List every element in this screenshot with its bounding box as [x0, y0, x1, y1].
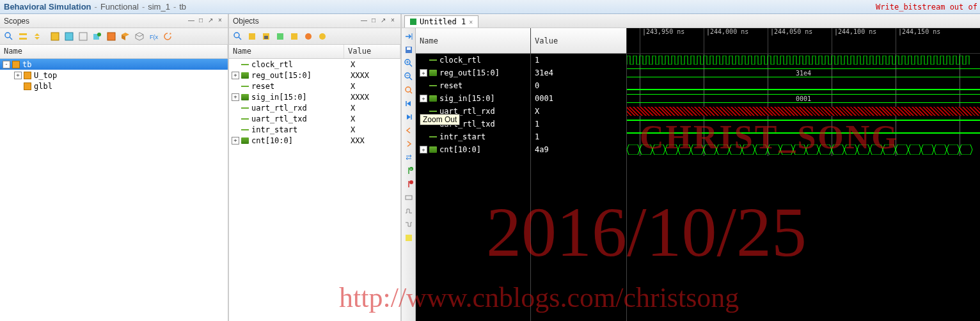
signal-value: X [347, 104, 400, 113]
objects-tree[interactable]: clock_rtlX+reg_out[15:0]XXXXresetX+sig_i… [229, 59, 400, 321]
object-item-reset[interactable]: resetX [229, 81, 400, 91]
wave-trace-sig-in-15-0-[interactable]: 0001 [627, 92, 980, 105]
expand-icon[interactable]: + [232, 93, 239, 101]
signal-value: X [347, 82, 400, 91]
block-cyan-icon[interactable] [63, 30, 75, 43]
wave-trace-intr-start[interactable] [627, 130, 980, 143]
goto-start-icon[interactable] [403, 98, 415, 109]
wave-name-reg-out-15-0-[interactable]: +reg_out[15:0] [416, 67, 530, 79]
expand-icon[interactable]: + [420, 69, 427, 77]
object-item-sig-in-15-0-[interactable]: +sig_in[15:0]XXXX [229, 91, 400, 102]
object-item-clock-rtl[interactable]: clock_rtlX [229, 59, 400, 70]
toggle-1-icon[interactable] [403, 192, 415, 203]
highlight-icon[interactable] [403, 232, 415, 244]
wave-trace-uart-rtl-txd[interactable] [627, 118, 980, 130]
search-icon[interactable] [232, 30, 244, 43]
col-name[interactable]: Name [0, 45, 228, 58]
scope-item-tb[interactable]: -tb [0, 59, 228, 70]
object-item-reg-out-15-0-[interactable]: +reg_out[15:0]XXXX [229, 70, 400, 81]
cube-outline-icon[interactable] [133, 30, 146, 43]
proc-icon[interactable] [105, 30, 118, 43]
toggle-2-icon[interactable] [403, 205, 415, 217]
zoom-fit-icon[interactable] [403, 84, 415, 96]
expand-icon[interactable]: + [420, 95, 427, 102]
wave-col-name[interactable]: Name [416, 28, 530, 54]
scope-item-U_top[interactable]: +U_top [0, 70, 228, 81]
waveform-area[interactable]: |243,950 ns|244,000 ns|244,050 ns|244,10… [627, 28, 980, 321]
goto-icon[interactable] [403, 31, 415, 42]
expand-icon[interactable]: + [232, 137, 239, 145]
signal-name: intr_start [251, 125, 297, 134]
filter-2-icon[interactable] [274, 30, 287, 43]
popout-icon[interactable]: ↗ [379, 17, 387, 25]
wave-name-reset[interactable]: reset [416, 79, 530, 92]
search-icon[interactable] [3, 30, 15, 43]
filter-lock-icon[interactable] [260, 30, 273, 43]
object-item-cnt-10-0-[interactable]: +cnt[10:0]XXX [229, 135, 400, 146]
remove-marker-icon[interactable] [403, 178, 415, 190]
filter-1-icon[interactable] [246, 30, 258, 43]
signal-name: uart_rtl_txd [251, 114, 307, 123]
popout-icon[interactable]: ↗ [207, 17, 214, 25]
expand-icon[interactable]: + [232, 72, 239, 79]
maximize-icon[interactable]: □ [197, 17, 205, 25]
wave-name-sig-in-15-0-[interactable]: +sig_in[15:0] [416, 92, 530, 105]
wave-trace-uart-rtl-rxd[interactable] [627, 105, 980, 118]
scope-item-glbl[interactable]: glbl [0, 81, 228, 91]
filter-3-icon[interactable] [288, 30, 301, 43]
block-outline-icon[interactable] [77, 30, 90, 43]
col-value[interactable]: Value [344, 45, 400, 58]
close-icon[interactable]: × [216, 17, 224, 25]
expand-icon[interactable]: + [14, 72, 22, 79]
minimize-icon[interactable]: — [360, 17, 368, 25]
add-icon[interactable] [91, 30, 104, 43]
wave-value-uart-rtl-txd: 1 [531, 118, 626, 130]
goto-end-icon[interactable] [403, 111, 415, 123]
toggle-3-icon[interactable] [403, 219, 415, 230]
wave-trace-reg-out-15-0-[interactable]: 31e4 [627, 67, 980, 79]
object-item-intr-start[interactable]: intr_startX [229, 124, 400, 135]
object-item-uart-rtl-rxd[interactable]: uart_rtl_rxdX [229, 102, 400, 113]
wave-name-clock-rtl[interactable]: clock_rtl [416, 54, 530, 67]
filter-4-icon[interactable] [302, 30, 315, 43]
tab-untitled1[interactable]: Untitled 1 × [404, 15, 478, 27]
minimize-icon[interactable]: — [187, 17, 195, 25]
wave-file-icon [410, 19, 416, 25]
wave-name-intr-start[interactable]: intr_start [416, 130, 530, 143]
prev-edge-icon[interactable] [403, 125, 415, 136]
expand-icon[interactable]: - [3, 61, 10, 68]
cube-orange-icon[interactable] [119, 30, 132, 43]
time-ruler[interactable]: |243,950 ns|244,000 ns|244,050 ns|244,10… [627, 28, 980, 54]
close-icon[interactable]: × [469, 19, 473, 26]
object-item-uart-rtl-txd[interactable]: uart_rtl_txdX [229, 113, 400, 124]
add-marker-icon[interactable]: + [403, 165, 415, 176]
filter-5-icon[interactable] [316, 30, 329, 43]
wave-name-column: Name clock_rtl+reg_out[15:0]reset+sig_in… [416, 28, 531, 321]
refresh-icon[interactable] [161, 30, 174, 43]
zoom-out-icon[interactable] [403, 71, 415, 82]
next-edge-icon[interactable] [403, 138, 415, 150]
signal-value: XXXX [347, 93, 400, 102]
wave-toolbar: + [402, 28, 416, 321]
expand-all-icon[interactable] [31, 30, 43, 43]
wave-name-cnt-10-0-[interactable]: +cnt[10:0] [416, 143, 530, 156]
wave-trace-clock-rtl[interactable] [627, 54, 980, 67]
block-yellow-icon[interactable] [49, 30, 61, 43]
expand-icon[interactable]: + [420, 146, 427, 153]
scopes-header: Scopes — □ ↗ × [0, 14, 228, 28]
wave-trace-cnt-10-0-[interactable] [627, 143, 980, 156]
wave-trace-reset[interactable] [627, 79, 980, 92]
col-name[interactable]: Name [229, 45, 344, 58]
cursor-swap-icon[interactable] [403, 152, 415, 163]
zoom-in-icon[interactable] [403, 58, 415, 69]
scopes-tree[interactable]: -tb+U_topglbl [0, 59, 228, 321]
svg-line-12 [239, 37, 241, 40]
signal-icon [241, 83, 249, 90]
save-icon[interactable] [403, 44, 415, 56]
wave-col-value[interactable]: Value [531, 28, 626, 54]
time-tick: |244,150 ns [896, 28, 940, 53]
collapse-all-icon[interactable] [17, 30, 29, 43]
maximize-icon[interactable]: □ [370, 17, 377, 25]
fx-icon[interactable]: F(x) [147, 30, 160, 43]
close-icon[interactable]: × [389, 17, 397, 25]
